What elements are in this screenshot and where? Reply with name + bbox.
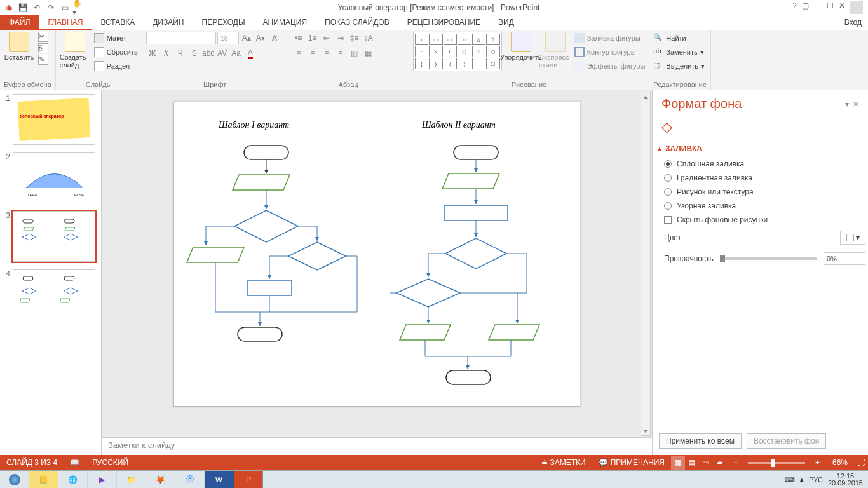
layout-button[interactable]: Макет [94,32,138,44]
fill-tool-icon[interactable]: ◇ [661,119,672,135]
shape-fill-button[interactable]: Заливка фигуры [574,32,646,44]
zoom-slider[interactable] [748,462,805,464]
task-ie[interactable]: ⓔ [175,471,205,489]
tab-insert[interactable]: ВСТАВКА [92,15,144,30]
shape-outline-button[interactable]: Контур фигуры [574,46,646,58]
font-family-combo[interactable] [146,32,216,44]
tray-lang[interactable]: РУС [809,476,823,484]
tab-slideshow[interactable]: ПОКАЗ СЛАЙДОВ [316,15,398,30]
shrink-font-icon[interactable]: A▾ [254,32,267,44]
view-slideshow-icon[interactable]: ▰ [713,456,727,470]
spacing-icon[interactable]: AV [216,47,229,60]
slide-thumbnails[interactable]: 1 Условный оператор 2 THENELSE 3 4 [0,90,102,455]
task-powerpoint[interactable]: P [234,471,263,489]
shadow-icon[interactable]: abc [202,47,215,60]
thumb-4[interactable] [13,269,95,320]
radio-picture[interactable]: Рисунок или текстура [653,185,868,199]
tab-view[interactable]: ВИД [489,15,523,30]
section-button[interactable]: Раздел [94,60,138,72]
indent-inc-icon[interactable]: ⇥ [334,32,347,44]
canvas-scroll[interactable]: Шаблон I вариант Шаблон II вариант [102,90,652,437]
replace-button[interactable]: abЗаменить▾ [653,46,705,58]
comments-toggle[interactable]: 💬 ПРИМЕЧАНИЯ [592,458,671,467]
shapes-gallery[interactable]: \▭▭○△⇧ →↘L⬠☆◇ {}()~▢ [413,32,502,71]
task-firefox[interactable]: 🦊 [146,471,175,489]
vscrollbar[interactable]: ▴ ▾ [641,92,651,436]
ribbon-opts-icon[interactable]: ▢ [802,1,809,14]
color-picker[interactable]: ▾ [840,231,865,245]
reset-button[interactable]: Сбросить [94,46,138,58]
tray-time[interactable]: 12:15 [828,473,863,480]
slide-counter[interactable]: СЛАЙД 3 ИЗ 4 [0,458,64,467]
radio-gradient[interactable]: Градиентная заливка [653,171,868,185]
tray-chevron-icon[interactable]: ▴ [800,475,804,484]
thumb-3[interactable] [13,211,95,262]
transparency-slider[interactable] [720,257,817,260]
quick-styles-button[interactable]: Экспресс-стили [540,32,571,69]
view-sorter-icon[interactable]: ▤ [685,456,699,470]
apply-all-button[interactable]: Применить ко всем [659,433,742,449]
start-button[interactable] [0,471,29,489]
task-explorer[interactable]: 📁 [117,471,146,489]
tab-home[interactable]: ГЛАВНАЯ [39,15,92,30]
find-button[interactable]: 🔍Найти [653,32,705,44]
underline-icon[interactable]: Ч [174,47,187,60]
tab-review[interactable]: РЕЦЕНЗИРОВАНИЕ [398,15,489,30]
qat-save[interactable]: 💾 [17,1,29,14]
radio-solid[interactable]: Сплошная заливка [653,157,868,171]
maximize-icon[interactable]: ☐ [827,1,834,14]
font-color-icon[interactable]: A [244,47,257,60]
task-word[interactable]: W [205,471,234,489]
indent-dec-icon[interactable]: ⇤ [320,32,333,44]
tab-file[interactable]: ФАЙЛ [0,15,39,30]
task-media[interactable]: ▶ [88,471,117,489]
cut-icon[interactable]: ✂ [38,32,48,42]
transparency-value[interactable]: 0% [824,252,865,265]
columns-icon[interactable]: ▥ [348,47,361,60]
tab-design[interactable]: ДИЗАЙН [144,15,193,30]
shape-effects-button[interactable]: Эффекты фигуры [574,60,646,72]
section-fill[interactable]: ▴ЗАЛИВКА [653,139,868,157]
task-app-1[interactable]: 📒 [29,471,58,489]
tray-date[interactable]: 20.09.2015 [828,480,863,487]
bullets-icon[interactable]: •≡ [292,32,305,44]
smartart-icon[interactable]: ▦ [362,47,375,60]
case-icon[interactable]: Aa [230,47,243,60]
fit-window-icon[interactable]: ⛶ [854,456,868,470]
qat-touch[interactable]: ✋▾ [72,1,85,14]
font-size-combo[interactable]: 18 [217,32,239,44]
textdir-icon[interactable]: ↕A [362,32,375,44]
reset-bg-button[interactable]: Восстановить фон [747,433,826,449]
qat-start[interactable]: ▭ [58,1,71,14]
strike-icon[interactable]: S [188,47,201,60]
align-left-icon[interactable]: ≡ [292,47,305,60]
zoom-value[interactable]: 66% [826,458,854,467]
user-avatar[interactable] [850,1,863,14]
language-indicator[interactable]: РУССКИЙ [86,458,135,467]
check-hide-bg[interactable]: Скрыть фоновые рисунки [653,213,868,227]
italic-icon[interactable]: К [160,47,173,60]
notes-toggle[interactable]: ≐ ЗАМЕТКИ [535,458,592,467]
view-normal-icon[interactable]: ▦ [671,456,685,470]
view-reading-icon[interactable]: ▭ [699,456,713,470]
align-right-icon[interactable]: ≡ [320,47,333,60]
slide-canvas[interactable]: Шаблон I вариант Шаблон II вариант [173,102,580,407]
radio-pattern[interactable]: Узорная заливка [653,199,868,213]
bold-icon[interactable]: Ж [146,47,159,60]
grow-font-icon[interactable]: A▴ [240,32,253,44]
signin-link[interactable]: Вход [838,15,868,30]
spellcheck-icon[interactable]: 📖 [64,458,86,467]
help-icon[interactable]: ? [792,1,797,14]
thumb-1[interactable]: Условный оператор [13,94,95,145]
pane-close-icon[interactable]: ✕ [853,100,859,109]
tray-keyboard-icon[interactable]: ⌨ [785,475,795,484]
pane-menu-icon[interactable]: ▾ [845,100,849,109]
copy-icon[interactable]: ⎘ [38,43,48,53]
close-icon[interactable]: ✕ [839,1,845,14]
clear-format-icon[interactable]: A̷ [268,32,281,44]
format-painter-icon[interactable]: ✎ [38,55,48,65]
numbering-icon[interactable]: 1≡ [306,32,319,44]
tab-animation[interactable]: АНИМАЦИЯ [254,15,316,30]
task-chrome[interactable]: 🌐 [58,471,88,489]
linespace-icon[interactable]: ‡≡ [348,32,361,44]
